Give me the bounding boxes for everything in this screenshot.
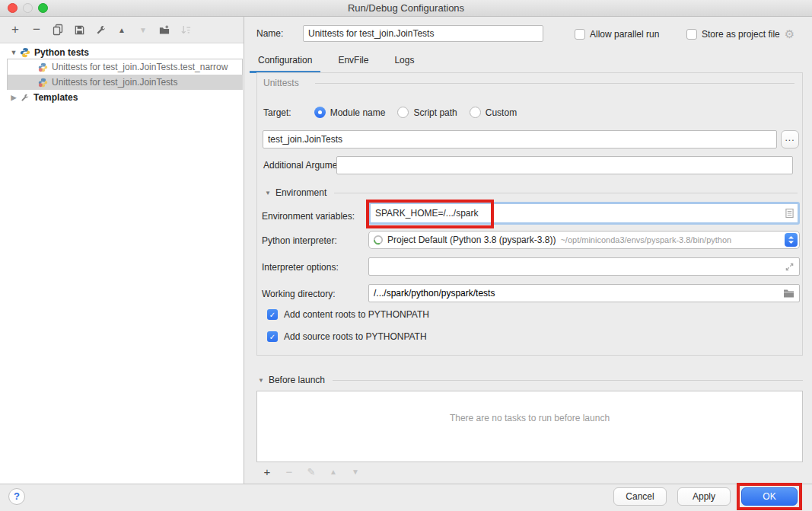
help-button[interactable]: ? [8, 488, 25, 505]
radio-unselected-icon[interactable] [470, 107, 481, 118]
remove-task-button[interactable]: − [283, 465, 295, 477]
browse-button[interactable]: ... [781, 130, 799, 149]
save-configuration-icon[interactable] [73, 24, 85, 36]
edit-task-pencil-icon[interactable]: ✎ [305, 465, 317, 477]
apply-button[interactable]: Apply [677, 487, 731, 506]
window-title: Run/Debug Configurations [0, 0, 812, 16]
checkbox-checked-icon[interactable]: ✓ [267, 331, 278, 342]
close-window-button[interactable] [8, 3, 18, 13]
gear-icon[interactable]: ⚙ [785, 29, 794, 40]
move-task-down-button[interactable]: ▼ [349, 465, 361, 477]
configurations-tree: ▼ Python tests Unittests for test_join.J… [0, 43, 244, 484]
interpreter-path: ~/opt/miniconda3/envs/pyspark-3.8/bin/py… [560, 235, 731, 244]
name-label: Name: [256, 28, 283, 39]
copy-configuration-icon[interactable] [52, 24, 64, 36]
radio-label[interactable]: Script path [413, 107, 457, 118]
working-directory-label: Working directory: [262, 289, 335, 299]
tree-item-unittest-narrow[interactable]: Unittests for test_join.JoinTests.test_n… [0, 59, 244, 75]
checkbox-unchecked[interactable] [575, 29, 585, 40]
working-directory-input[interactable] [374, 288, 783, 299]
tree-item-label: Unittests for test_join.JoinTests [52, 77, 177, 88]
sort-configurations-icon[interactable] [180, 24, 192, 36]
tab-envfile[interactable]: EnvFile [336, 52, 370, 73]
interpreter-options-label: Interpreter options: [262, 262, 339, 273]
expand-field-icon[interactable] [785, 262, 794, 272]
minimize-window-button[interactable] [23, 3, 33, 13]
additional-arguments-input[interactable] [336, 156, 793, 174]
interpreter-options-input[interactable] [374, 261, 785, 272]
section-rule [333, 380, 803, 381]
tree-item-label: Templates [33, 92, 78, 103]
name-input[interactable] [303, 25, 543, 42]
move-up-button[interactable]: ▲ [116, 24, 128, 36]
chevron-down-icon[interactable]: ▼ [8, 49, 20, 56]
ok-button[interactable]: OK [741, 487, 798, 506]
configurations-toolbar: + − ▲ ▼ [9, 24, 192, 36]
tab-configuration[interactable]: Configuration [256, 52, 314, 73]
python-tests-icon [20, 47, 30, 58]
before-launch-title: Before launch [269, 375, 325, 385]
radio-custom[interactable]: Custom [470, 107, 517, 118]
tree-item-templates[interactable]: ▶ Templates [0, 90, 244, 105]
tab-logs[interactable]: Logs [393, 52, 416, 73]
chevron-right-icon[interactable]: ▶ [8, 94, 20, 101]
add-task-button[interactable]: + [261, 465, 273, 477]
tree-item-python-tests[interactable]: ▼ Python tests [0, 45, 244, 60]
configuration-editor-pane: Name: Allow parallel run Store as projec… [244, 17, 812, 484]
group-title-rule [315, 83, 794, 84]
radio-module-name[interactable]: Module name [314, 107, 386, 118]
tree-item-unittest-jointests-selected[interactable]: Unittests for test_join.JoinTests [0, 75, 244, 90]
before-launch-task-list: There are no tasks to run before launch [256, 391, 803, 462]
radio-label[interactable]: Custom [486, 107, 517, 118]
zoom-window-button[interactable] [38, 3, 48, 13]
add-configuration-button[interactable]: + [9, 24, 21, 36]
python-interpreter-label: Python interpreter: [262, 235, 337, 246]
environment-variables-input[interactable] [371, 208, 785, 219]
group-title: Unittests [263, 78, 299, 88]
add-content-roots-checkbox[interactable]: ✓ Add content roots to PYTHONPATH [267, 309, 429, 320]
section-rule [334, 193, 798, 193]
allow-parallel-run-checkbox[interactable]: Allow parallel run [575, 27, 659, 41]
radio-script-path[interactable]: Script path [397, 107, 457, 118]
move-task-up-button[interactable]: ▲ [327, 465, 339, 477]
store-as-project-file-checkbox[interactable]: Store as project file ⚙ [686, 27, 794, 41]
move-down-button[interactable]: ▼ [137, 24, 149, 36]
environment-variables-field [368, 202, 800, 225]
environment-section-title: Environment [275, 187, 326, 198]
add-source-roots-checkbox[interactable]: ✓ Add source roots to PYTHONPATH [267, 331, 427, 342]
folder-browse-icon[interactable] [783, 289, 794, 298]
new-folder-icon[interactable] [158, 24, 170, 36]
environment-variables-label: Environment variables: [262, 211, 355, 222]
working-directory-field [368, 284, 800, 302]
before-launch-section-header[interactable]: ▼ Before launch [258, 375, 803, 385]
title-bar: Run/Debug Configurations [0, 0, 812, 17]
checkbox-checked-icon[interactable]: ✓ [267, 309, 278, 320]
radio-selected-icon[interactable] [314, 107, 326, 118]
add-content-roots-label[interactable]: Add content roots to PYTHONPATH [284, 309, 429, 320]
before-launch-toolbar: + − ✎ ▲ ▼ [261, 465, 361, 477]
dropdown-stepper-icon[interactable] [785, 233, 798, 247]
radio-unselected-icon[interactable] [397, 107, 409, 118]
add-source-roots-label[interactable]: Add source roots to PYTHONPATH [284, 331, 427, 342]
target-label: Target: [263, 107, 291, 118]
interpreter-options-field [368, 257, 800, 276]
allow-parallel-run-label: Allow parallel run [590, 29, 659, 40]
radio-label[interactable]: Module name [330, 107, 386, 118]
configuration-tabs: Configuration EnvFile Logs [256, 52, 416, 73]
environment-section-header[interactable]: ▼ Environment [265, 187, 798, 198]
checkbox-unchecked[interactable] [686, 29, 697, 40]
cancel-button[interactable]: Cancel [613, 487, 667, 506]
remove-configuration-button[interactable]: − [30, 24, 43, 36]
python-test-icon [38, 62, 48, 72]
collapse-arrow-icon[interactable]: ▼ [258, 377, 264, 384]
target-module-input[interactable] [263, 130, 777, 149]
python-test-icon [38, 78, 48, 88]
target-row: Target: Module name Script path Custom [263, 107, 517, 118]
run-debug-configurations-dialog: Run/Debug Configurations + − ▲ ▼ ▼ [0, 0, 812, 511]
store-as-project-file-label: Store as project file [702, 29, 780, 40]
edit-templates-wrench-icon[interactable] [94, 24, 107, 36]
env-vars-editor-icon[interactable] [785, 208, 794, 219]
tree-item-label: Unittests for test_join.JoinTests.test_n… [52, 62, 228, 72]
collapse-arrow-icon[interactable]: ▼ [265, 190, 271, 196]
python-interpreter-select[interactable]: Project Default (Python 3.8 (pyspark-3.8… [368, 231, 800, 249]
